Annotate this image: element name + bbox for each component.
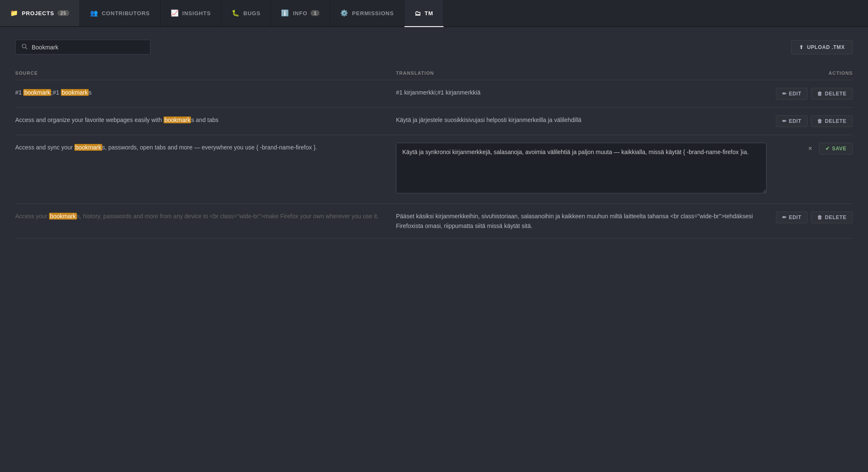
permissions-icon: ⚙️ <box>340 9 349 17</box>
cell-source-3: Access and sync your bookmarks, password… <box>15 143 396 152</box>
col-translation-header: TRANSLATION <box>396 71 777 76</box>
edit-label: EDIT <box>789 118 802 124</box>
save-label: SAVE <box>832 146 846 152</box>
edit-button[interactable]: ✏ EDIT <box>776 115 808 127</box>
nav-label-contributors: CONTRIBUTORS <box>102 10 150 16</box>
col-source-header: SOURCE <box>15 71 396 76</box>
edit-icon: ✏ <box>782 118 787 124</box>
nav-item-insights[interactable]: 📈 INSIGHTS <box>161 0 221 26</box>
nav-label-permissions: PERMISSIONS <box>352 10 394 16</box>
table-row: Access and organize your favorite webpag… <box>15 108 853 135</box>
checkmark-icon: ✔ <box>825 146 830 152</box>
source-text: #1 <box>15 89 23 96</box>
contributors-icon: 👥 <box>90 9 98 17</box>
cell-actions-3: ✕ ✔ SAVE <box>777 143 853 155</box>
table-row: #1 bookmark;#1 bookmarks #1 kirjanmerkki… <box>15 80 853 108</box>
nav-item-tm[interactable]: 🗂 TM <box>404 0 444 27</box>
highlight-text: bookmark <box>49 213 76 220</box>
edit-label: EDIT <box>789 91 802 97</box>
nav-item-contributors[interactable]: 👥 CONTRIBUTORS <box>80 0 161 26</box>
delete-label: DELETE <box>825 214 846 220</box>
translation-text: #1 kirjanmerkki;#1 kirjanmerkkiä <box>396 89 480 96</box>
nav-label-tm: TM <box>425 10 433 16</box>
cell-actions-4: ✏ EDIT 🗑 DELETE <box>777 212 853 223</box>
source-text: s, history, passwords and more from any … <box>77 213 379 220</box>
delete-button[interactable]: 🗑 DELETE <box>811 212 853 223</box>
info-badge: 1 <box>311 10 319 16</box>
table-row: Access and sync your bookmarks, password… <box>15 135 853 204</box>
cell-source-4: Access your bookmarks, history, password… <box>15 212 396 221</box>
top-navigation: 📁 PROJECTS 25 👥 CONTRIBUTORS 📈 INSIGHTS … <box>0 0 868 27</box>
highlight-text: bookmark <box>164 117 191 123</box>
cell-translation-3-editing: Käytä ja synkronoi kirjanmerkkejä, salas… <box>396 143 777 196</box>
table-row: Access your bookmarks, history, password… <box>15 204 853 239</box>
upload-tmx-button[interactable]: ⬆ UPLOAD .TMX <box>791 40 853 54</box>
bugs-icon: 🐛 <box>232 9 240 17</box>
upload-icon: ⬆ <box>799 44 804 50</box>
cell-actions-2: ✏ EDIT 🗑 DELETE <box>777 115 853 127</box>
main-content: ⬆ UPLOAD .TMX SOURCE TRANSLATION ACTIONS… <box>0 27 868 251</box>
nav-item-info[interactable]: ℹ️ INFO 1 <box>271 0 330 26</box>
trash-icon: 🗑 <box>817 118 823 124</box>
source-text: s, passwords, open tabs and more — every… <box>102 144 317 151</box>
edit-icon: ✏ <box>782 91 787 97</box>
translation-text: Käytä ja järjestele suosikkisivujasi hel… <box>396 117 581 123</box>
upload-label: UPLOAD .TMX <box>807 44 845 50</box>
source-text: s <box>89 89 92 96</box>
translation-textarea[interactable]: Käytä ja synkronoi kirjanmerkkejä, salas… <box>396 143 767 193</box>
delete-label: DELETE <box>825 91 846 97</box>
projects-badge: 25 <box>57 10 69 16</box>
table-header: SOURCE TRANSLATION ACTIONS <box>15 66 853 80</box>
edit-label: EDIT <box>789 214 802 220</box>
search-icon <box>22 43 27 51</box>
cell-translation-4: Pääset käsiksi kirjanmerkkeihin, sivuhis… <box>396 212 777 231</box>
highlight-text: bookmark <box>61 89 88 96</box>
source-text: s and tabs <box>191 117 218 123</box>
cell-translation-1: #1 kirjanmerkki;#1 kirjanmerkkiä <box>396 88 777 97</box>
toolbar: ⬆ UPLOAD .TMX <box>15 40 853 54</box>
folder-icon: 📁 <box>10 9 19 17</box>
nav-item-permissions[interactable]: ⚙️ PERMISSIONS <box>330 0 404 26</box>
col-actions-header: ACTIONS <box>777 71 853 76</box>
delete-button[interactable]: 🗑 DELETE <box>811 88 853 100</box>
source-text: Access and organize your favorite webpag… <box>15 117 164 123</box>
cell-translation-2: Käytä ja järjestele suosikkisivujasi hel… <box>396 115 777 125</box>
cell-source-1: #1 bookmark;#1 bookmarks <box>15 88 396 97</box>
cell-actions-1: ✏ EDIT 🗑 DELETE <box>777 88 853 100</box>
search-container <box>15 40 150 54</box>
nav-item-projects[interactable]: 📁 PROJECTS 25 <box>0 0 80 26</box>
edit-button[interactable]: ✏ EDIT <box>776 212 808 223</box>
insights-icon: 📈 <box>171 9 179 17</box>
info-icon: ℹ️ <box>281 9 289 17</box>
tm-icon: 🗂 <box>415 10 421 17</box>
nav-label-insights: INSIGHTS <box>182 10 211 16</box>
search-input[interactable] <box>32 44 144 51</box>
source-text: Access and sync your <box>15 144 74 151</box>
edit-icon: ✏ <box>782 214 787 220</box>
save-button[interactable]: ✔ SAVE <box>819 143 853 155</box>
highlight-text: bookmark <box>74 144 102 151</box>
cell-source-2: Access and organize your favorite webpag… <box>15 115 396 125</box>
cancel-button[interactable]: ✕ <box>805 143 816 154</box>
svg-line-1 <box>26 48 27 49</box>
translation-text: Pääset käsiksi kirjanmerkkeihin, sivuhis… <box>396 213 753 229</box>
source-text: Access your <box>15 213 49 220</box>
nav-label-bugs: BUGS <box>243 10 261 16</box>
delete-button[interactable]: 🗑 DELETE <box>811 115 853 127</box>
cancel-icon: ✕ <box>808 146 813 152</box>
nav-label-projects: PROJECTS <box>22 10 54 16</box>
source-text: ;#1 <box>51 89 61 96</box>
trash-icon: 🗑 <box>817 214 823 220</box>
nav-item-bugs[interactable]: 🐛 BUGS <box>221 0 271 26</box>
edit-button[interactable]: ✏ EDIT <box>776 88 808 100</box>
nav-label-info: INFO <box>293 10 307 16</box>
highlight-text: bookmark <box>23 89 51 96</box>
delete-label: DELETE <box>825 118 846 124</box>
trash-icon: 🗑 <box>817 91 823 97</box>
